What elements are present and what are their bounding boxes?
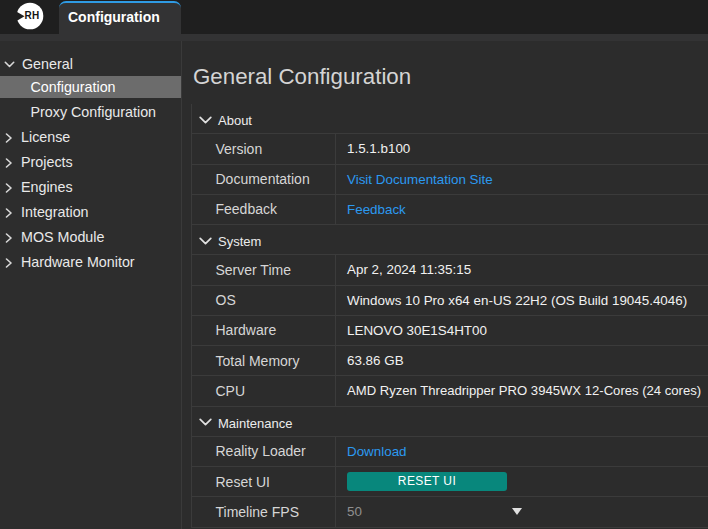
svg-text:RH: RH xyxy=(24,10,39,21)
